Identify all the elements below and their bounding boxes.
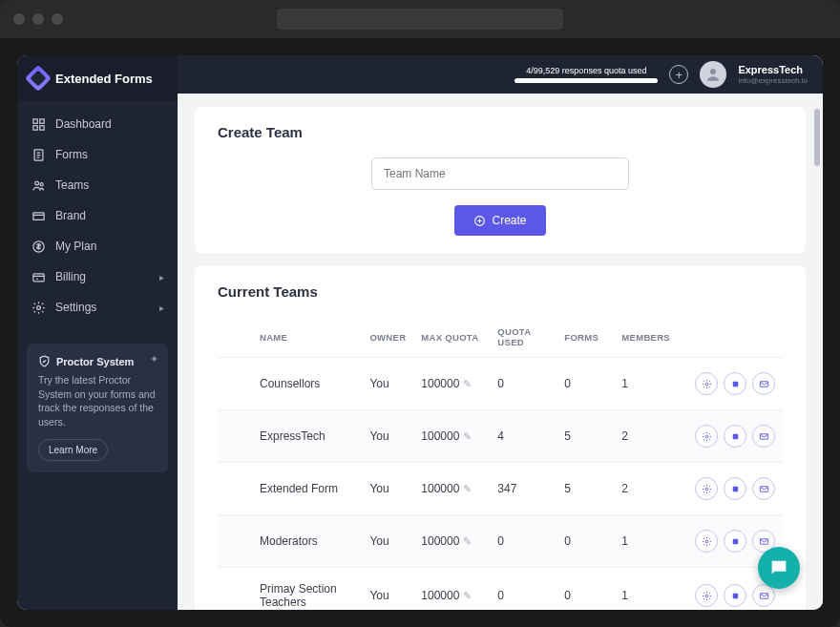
cell-used: 0: [490, 358, 556, 410]
sidebar-item-my-plan[interactable]: My Plan: [17, 231, 178, 261]
avatar[interactable]: [700, 61, 726, 88]
cell-max: 100000✎: [413, 568, 490, 611]
cell-actions: [678, 463, 783, 515]
sidebar-item-label: Dashboard: [55, 117, 112, 131]
table-row: ModeratorsYou100000✎001: [218, 515, 783, 568]
svg-rect-20: [732, 486, 738, 491]
table-row: Primay Section TeachersYou100000✎001: [218, 568, 783, 611]
create-button[interactable]: Create: [454, 205, 545, 236]
teams-icon: [31, 178, 46, 193]
cell-used: 0: [490, 515, 556, 568]
svg-point-16: [705, 435, 708, 438]
promo-card: ✦ Proctor System Try the latest Proctor …: [27, 344, 168, 472]
team-members-button[interactable]: [724, 477, 746, 500]
svg-point-25: [705, 595, 708, 597]
team-members-button[interactable]: [724, 530, 746, 553]
promo-body: Try the latest Proctor System on your fo…: [38, 373, 157, 429]
svg-rect-9: [32, 273, 43, 281]
cell-actions: [678, 410, 783, 463]
cell-used: 347: [490, 463, 556, 515]
sidebar-item-teams[interactable]: Teams: [17, 170, 178, 200]
chat-fab[interactable]: [758, 547, 800, 589]
plan-icon: [31, 239, 46, 254]
brand-logo-icon: [25, 65, 52, 92]
cell-owner: You: [362, 463, 413, 515]
svg-rect-14: [732, 381, 738, 387]
sidebar-item-label: Billing: [55, 270, 86, 283]
quota-widget: 4/99,529 responses quota used: [514, 66, 658, 83]
team-settings-button[interactable]: [695, 477, 718, 500]
table-row: ExpressTechYou100000✎452: [218, 410, 783, 463]
svg-point-22: [705, 540, 708, 543]
maximize-dot[interactable]: [52, 13, 63, 25]
team-invite-button[interactable]: [752, 477, 775, 500]
billing-icon: [31, 269, 46, 284]
edit-quota-icon[interactable]: ✎: [463, 483, 472, 494]
os-window: Extended Forms DashboardFormsTeamsBrandM…: [0, 0, 840, 627]
sidebar-item-billing[interactable]: Billing▸: [17, 261, 178, 292]
svg-rect-0: [32, 118, 36, 122]
table-row: CounsellorsYou100000✎001: [218, 358, 783, 410]
cell-used: 4: [490, 410, 556, 463]
edit-quota-icon[interactable]: ✎: [463, 378, 472, 389]
promo-learn-button[interactable]: Learn More: [38, 439, 108, 461]
user-info[interactable]: ExpressTech info@expresstech.io: [738, 64, 808, 86]
col-name: NAME: [218, 317, 362, 358]
sidebar-item-label: Settings: [55, 301, 96, 314]
team-invite-button[interactable]: [752, 425, 775, 448]
promo-title-row: Proctor System: [38, 355, 157, 367]
sidebar: Extended Forms DashboardFormsTeamsBrandM…: [17, 55, 178, 610]
svg-rect-3: [32, 125, 36, 129]
cell-members: 1: [614, 515, 678, 568]
team-members-button[interactable]: [724, 372, 746, 395]
brand-title: Extended Forms: [55, 72, 153, 86]
svg-rect-17: [732, 433, 738, 439]
sidebar-item-settings[interactable]: Settings▸: [17, 292, 178, 323]
col-owner: OWNER: [362, 317, 413, 358]
edit-quota-icon[interactable]: ✎: [463, 590, 472, 601]
cell-name: ExpressTech: [218, 410, 362, 463]
sidebar-item-brand[interactable]: Brand: [17, 200, 178, 231]
cell-forms: 0: [556, 515, 614, 568]
brand[interactable]: Extended Forms: [17, 55, 178, 101]
forms-icon: [31, 147, 46, 162]
add-button[interactable]: +: [669, 65, 688, 84]
team-settings-button[interactable]: [695, 425, 718, 448]
sidebar-item-forms[interactable]: Forms: [17, 139, 178, 170]
cell-forms: 0: [556, 358, 614, 410]
cell-members: 1: [614, 568, 678, 611]
minimize-dot[interactable]: [32, 13, 44, 25]
team-settings-button[interactable]: [695, 530, 718, 553]
team-members-button[interactable]: [724, 425, 746, 448]
edit-quota-icon[interactable]: ✎: [463, 430, 472, 442]
user-name: ExpressTech: [738, 64, 808, 76]
sidebar-item-dashboard[interactable]: Dashboard: [17, 109, 178, 139]
current-teams-card: Current Teams NAME OWNER MAX QUOTA QUOTA…: [195, 266, 806, 610]
svg-rect-26: [732, 593, 738, 598]
team-invite-button[interactable]: [752, 372, 775, 395]
team-settings-button[interactable]: [695, 584, 718, 607]
create-team-card: Create Team Create: [195, 107, 806, 253]
cell-max: 100000✎: [413, 410, 490, 463]
team-settings-button[interactable]: [695, 372, 718, 395]
plus-circle-icon: [473, 215, 486, 227]
svg-point-13: [705, 383, 708, 386]
scrollbar[interactable]: [814, 109, 820, 600]
sparkle-icon: ✦: [150, 353, 158, 365]
cell-actions: [678, 358, 783, 410]
cell-name: Moderators: [218, 515, 362, 568]
close-dot[interactable]: [13, 13, 25, 25]
edit-quota-icon[interactable]: ✎: [463, 535, 472, 547]
topbar: 4/99,529 responses quota used + ExpressT…: [178, 55, 823, 94]
team-members-button[interactable]: [724, 584, 746, 607]
titlebar: [0, 0, 840, 38]
cell-name: Extended Form: [218, 463, 362, 515]
sidebar-item-label: Teams: [55, 178, 89, 192]
address-bar[interactable]: [277, 9, 563, 30]
brand-icon: [31, 208, 46, 223]
svg-rect-1: [39, 118, 43, 122]
cell-forms: 5: [556, 410, 614, 463]
settings-icon: [31, 300, 46, 315]
team-name-input[interactable]: [371, 157, 629, 190]
col-members: MEMBERS: [614, 317, 678, 358]
